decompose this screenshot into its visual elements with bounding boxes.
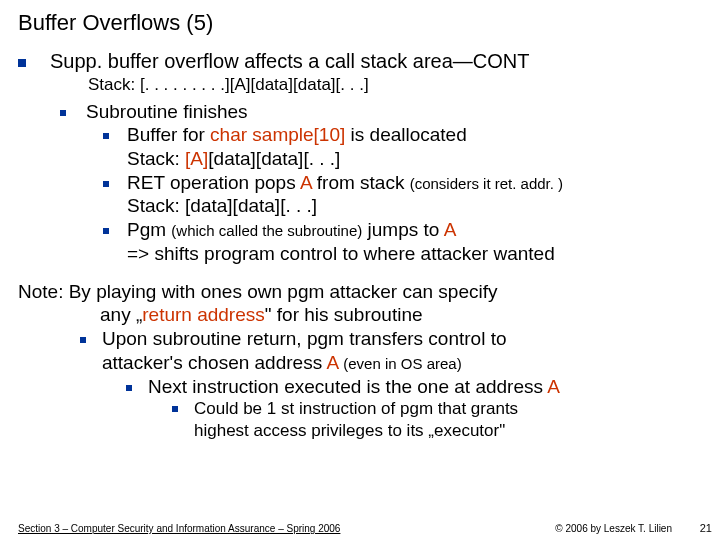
bullet-icon xyxy=(103,171,109,195)
note-l2-row: Upon subroutine return, pgm transfers co… xyxy=(80,327,702,375)
b1c-line2: => shifts program control to where attac… xyxy=(127,243,555,264)
note-l4-text: Could be 1 st instruction of pgm that gr… xyxy=(194,398,702,441)
b1c-A: A xyxy=(444,219,457,240)
b1a-stack-mid: [A] xyxy=(185,148,208,169)
note-l2b-pre: attacker's chosen address xyxy=(102,352,326,373)
b1b-row: RET operation pops A from stack (conside… xyxy=(96,171,702,219)
bullet-icon xyxy=(18,50,26,73)
b1a-code: char sample[10] xyxy=(210,124,345,145)
b1c-row: Pgm (which called the subroutine) jumps … xyxy=(96,218,702,266)
stack-line-0: Stack: [. . . . . . . . .][A][data][data… xyxy=(88,75,702,95)
b1b-stack: Stack: [data][data][. . .] xyxy=(127,195,317,216)
b1a-stack-pre: Stack: xyxy=(127,148,185,169)
note-l3-A: A xyxy=(547,376,560,397)
note-l2a: Upon subroutine return, pgm transfers co… xyxy=(102,328,506,349)
note-l2-text: Upon subroutine return, pgm transfers co… xyxy=(102,327,702,375)
slide-title: Buffer Overflows (5) xyxy=(18,10,702,36)
bullet-icon xyxy=(126,375,132,399)
b1b-pre: RET operation pops xyxy=(127,172,300,193)
note-l1b-pre: any „ xyxy=(100,304,142,325)
slide: Buffer Overflows (5) Supp. buffer overfl… xyxy=(0,0,720,540)
note-l3-pre: Next instruction executed is the one at … xyxy=(148,376,547,397)
sub-block: Buffer for char sample[10] is deallocate… xyxy=(96,123,702,266)
b1c-text: Pgm (which called the subroutine) jumps … xyxy=(127,218,702,266)
b1c-mid: jumps to xyxy=(362,219,443,240)
b1b-note: (considers it ret. addr. ) xyxy=(410,175,563,192)
b1a-text: Buffer for char sample[10] is deallocate… xyxy=(127,123,702,171)
b1c-pre: Pgm xyxy=(127,219,171,240)
note-l3-text: Next instruction executed is the one at … xyxy=(148,375,702,399)
note-block: Note: By playing with ones own pgm attac… xyxy=(18,280,702,441)
note-l2b-A: A xyxy=(326,352,338,373)
b1a-post: is deallocated xyxy=(345,124,466,145)
note-l4b: highest access privileges to its „execut… xyxy=(194,421,505,440)
copyright-text: © 2006 by Leszek T. Lilien xyxy=(555,523,672,534)
bullet-icon xyxy=(60,101,66,123)
b1a-row: Buffer for char sample[10] is deallocate… xyxy=(96,123,702,171)
bullet-icon xyxy=(103,123,109,147)
note-l3-row: Next instruction executed is the one at … xyxy=(126,375,702,399)
page-number: 21 xyxy=(700,522,712,534)
headline-text: Supp. buffer overflow affects a call sta… xyxy=(50,50,702,73)
b1a-pre: Buffer for xyxy=(127,124,210,145)
headline-row: Supp. buffer overflow affects a call sta… xyxy=(18,50,702,73)
note-l4-row: Could be 1 st instruction of pgm that gr… xyxy=(172,398,702,441)
bullet-icon xyxy=(172,398,178,419)
sub1-row: Subroutine finishes xyxy=(60,101,702,123)
note-l1b: any „return address" for his subroutine xyxy=(100,303,702,327)
note-l1b-ret: return address xyxy=(142,304,265,325)
b1a-stack-post: [data][data][. . .] xyxy=(208,148,340,169)
sub1-text: Subroutine finishes xyxy=(86,101,702,123)
note-l1a: Note: By playing with ones own pgm attac… xyxy=(18,280,702,304)
b1b-text: RET operation pops A from stack (conside… xyxy=(127,171,702,219)
bullet-icon xyxy=(80,327,86,351)
b1c-note: (which called the subroutine) xyxy=(171,222,362,239)
bullet-icon xyxy=(103,218,109,242)
note-l4a: Could be 1 st instruction of pgm that gr… xyxy=(194,399,518,418)
b1b-A: A xyxy=(300,172,312,193)
note-l2b-note: (even in OS area) xyxy=(343,355,461,372)
b1b-post: from stack xyxy=(312,172,410,193)
footer-text: Section 3 – Computer Security and Inform… xyxy=(18,523,340,534)
note-l1b-post: " for his subroutine xyxy=(265,304,423,325)
